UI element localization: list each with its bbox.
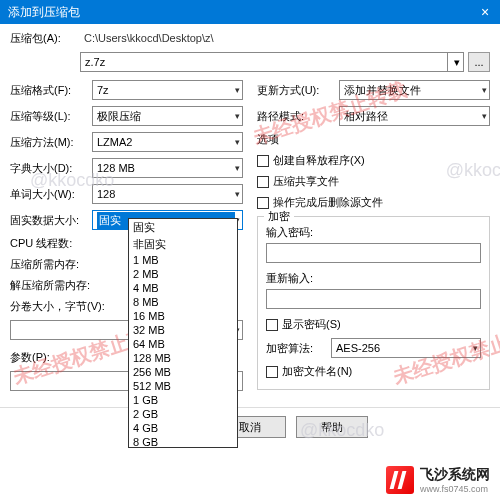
- algo-label: 加密算法:: [266, 341, 331, 356]
- dialog-content: 压缩包(A): C:\Users\kkocd\Desktop\z\ ▾ ... …: [0, 24, 500, 403]
- encryption-section: 加密 输入密码: 重新输入: 显示密码(S) 加密算法:AES-256▾ 加密文…: [257, 216, 490, 390]
- checkbox-icon: [257, 155, 269, 167]
- window-title: 添加到压缩包: [8, 4, 80, 21]
- chevron-down-icon: ▾: [235, 163, 240, 173]
- archive-name-input[interactable]: [80, 52, 448, 72]
- dropdown-item[interactable]: 256 MB: [129, 365, 237, 379]
- dropdown-item[interactable]: 16 MB: [129, 309, 237, 323]
- dropdown-item[interactable]: 2 MB: [129, 267, 237, 281]
- dropdown-item[interactable]: 2 GB: [129, 407, 237, 421]
- chevron-down-icon: ▾: [482, 85, 487, 95]
- dropdown-item[interactable]: 64 MB: [129, 337, 237, 351]
- level-combo[interactable]: 极限压缩▾: [92, 106, 243, 126]
- dropdown-item[interactable]: 4 GB: [129, 421, 237, 435]
- password-input[interactable]: [266, 243, 481, 263]
- word-combo[interactable]: 128▾: [92, 184, 243, 204]
- solid-dropdown-list[interactable]: 固实非固实1 MB2 MB4 MB8 MB16 MB32 MB64 MB128 …: [128, 218, 238, 448]
- chevron-down-icon: ▾: [473, 343, 478, 353]
- password-label: 输入密码:: [266, 225, 481, 240]
- checkbox-icon: [257, 197, 269, 209]
- dropdown-item[interactable]: 512 MB: [129, 379, 237, 393]
- params-label: 参数(P):: [10, 350, 92, 365]
- chevron-down-icon: ▾: [235, 137, 240, 147]
- close-icon[interactable]: ×: [478, 5, 492, 19]
- pathmode-combo[interactable]: 相对路径▾: [339, 106, 490, 126]
- dropdown-item[interactable]: 8 GB: [129, 435, 237, 448]
- dropdown-item[interactable]: 32 MB: [129, 323, 237, 337]
- format-combo[interactable]: 7z▾: [92, 80, 243, 100]
- dropdown-item[interactable]: 4 MB: [129, 281, 237, 295]
- titlebar: 添加到压缩包 ×: [0, 0, 500, 24]
- mem-decompress-label: 解压缩所需内存:: [10, 278, 92, 293]
- right-column: 更新方式(U):添加并替换文件▾ 路径模式:相对路径▾ 选项 创建自释放程序(X…: [257, 80, 490, 397]
- options-title: 选项: [257, 132, 490, 147]
- dialog-buttons: 确定 取消 帮助: [0, 407, 500, 446]
- algo-combo[interactable]: AES-256▾: [331, 338, 481, 358]
- dict-label: 字典大小(D):: [10, 161, 92, 176]
- solid-label: 固实数据大小:: [10, 213, 92, 228]
- chevron-down-icon: ▾: [482, 111, 487, 121]
- update-label: 更新方式(U):: [257, 83, 339, 98]
- cpu-label: CPU 线程数:: [10, 236, 92, 251]
- dropdown-item[interactable]: 8 MB: [129, 295, 237, 309]
- dropdown-item[interactable]: 1 GB: [129, 393, 237, 407]
- dict-combo[interactable]: 128 MB▾: [92, 158, 243, 178]
- brand-name: 飞沙系统网: [420, 466, 490, 484]
- level-label: 压缩等级(L):: [10, 109, 92, 124]
- brand-logo-icon: [386, 466, 414, 494]
- pathmode-label: 路径模式:: [257, 109, 339, 124]
- password2-label: 重新输入:: [266, 271, 481, 286]
- chevron-down-icon: ▾: [235, 85, 240, 95]
- encnames-checkbox[interactable]: 加密文件名(N): [266, 364, 481, 379]
- showpwd-checkbox[interactable]: 显示密码(S): [266, 317, 481, 332]
- dropdown-item[interactable]: 固实: [129, 219, 237, 236]
- dropdown-item[interactable]: 128 MB: [129, 351, 237, 365]
- split-label: 分卷大小，字节(V):: [10, 299, 120, 314]
- checkbox-icon: [257, 176, 269, 188]
- opt-sfx-checkbox[interactable]: 创建自释放程序(X): [257, 153, 490, 168]
- checkbox-icon: [266, 319, 278, 331]
- word-label: 单词大小(W):: [10, 187, 92, 202]
- format-label: 压缩格式(F):: [10, 83, 92, 98]
- encryption-legend: 加密: [264, 209, 294, 224]
- method-label: 压缩方法(M):: [10, 135, 92, 150]
- archive-history-dropdown[interactable]: ▾: [448, 52, 464, 72]
- archive-label: 压缩包(A):: [10, 31, 80, 46]
- opt-delete-checkbox[interactable]: 操作完成后删除源文件: [257, 195, 490, 210]
- browse-button[interactable]: ...: [468, 52, 490, 72]
- password2-input[interactable]: [266, 289, 481, 309]
- chevron-down-icon: ▾: [235, 189, 240, 199]
- dropdown-item[interactable]: 非固实: [129, 236, 237, 253]
- method-combo[interactable]: LZMA2▾: [92, 132, 243, 152]
- update-combo[interactable]: 添加并替换文件▾: [339, 80, 490, 100]
- help-button[interactable]: 帮助: [296, 416, 368, 438]
- brand-url: www.fs0745.com: [420, 484, 490, 494]
- opt-share-checkbox[interactable]: 压缩共享文件: [257, 174, 490, 189]
- footer-brand: 飞沙系统网 www.fs0745.com: [386, 466, 490, 494]
- chevron-down-icon: ▾: [235, 111, 240, 121]
- checkbox-icon: [266, 366, 278, 378]
- dropdown-item[interactable]: 1 MB: [129, 253, 237, 267]
- archive-path: C:\Users\kkocd\Desktop\z\: [80, 30, 490, 46]
- mem-compress-label: 压缩所需内存:: [10, 257, 92, 272]
